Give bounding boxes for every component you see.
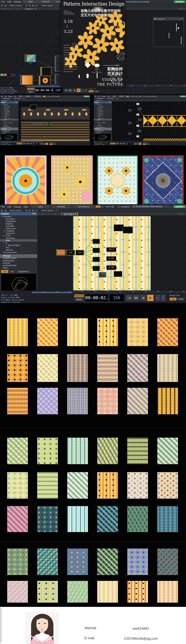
dropdown-icon[interactable]: ▾	[37, 213, 40, 215]
node-7[interactable]	[136, 135, 139, 137]
menu-item-edit[interactable]: Edit	[6, 206, 12, 208]
component-item-3dscope[interactable]: 3DScope	[0, 255, 37, 257]
chop-node-c[interactable]	[92, 239, 100, 244]
node-phong1[interactable]: phong1	[39, 76, 50, 85]
update-button[interactable]: UPDATE	[174, 1, 185, 3]
stop-icon[interactable]: ■	[3, 8, 6, 10]
timecode-toggle[interactable]: TimeCode	[27, 88, 34, 90]
chop-node-b[interactable]: ###	[75, 250, 84, 255]
component-item-arcballgeometry[interactable]: arcBallGeometry	[0, 257, 37, 260]
tree-expander-icon[interactable]: ▾	[1, 216, 3, 218]
palette-item-derivative[interactable]: ▾Derivative	[0, 215, 37, 218]
node-small-3[interactable]	[41, 123, 44, 125]
play-button[interactable]: ▶	[147, 294, 154, 301]
email-value[interactable]: 2357095446@qq.com	[116, 637, 166, 641]
timecode-toggle[interactable]: TimeCode	[110, 143, 116, 144]
node-9[interactable]	[128, 122, 131, 124]
node-4[interactable]	[138, 119, 141, 121]
beats-toggle[interactable]: Beats	[74, 298, 84, 301]
node-5[interactable]	[136, 125, 139, 127]
node-1[interactable]	[136, 103, 139, 105]
top-node-2[interactable]	[123, 227, 133, 233]
frame-plus-button[interactable]: +	[84, 88, 88, 92]
timecode-toggle[interactable]: TimeCode	[74, 294, 84, 297]
star-icon[interactable]: ★	[16, 8, 19, 10]
frame-minus-button[interactable]: –	[155, 294, 160, 301]
node-ramp2[interactable]: ramp2	[25, 54, 36, 62]
pause-button[interactable]: ❚❚	[68, 88, 72, 92]
link-tutorials[interactable]: TUTORIALS	[33, 95, 42, 97]
palette-tab-suggestions[interactable]: Suggestions	[16, 270, 30, 273]
node-2[interactable]	[138, 108, 141, 110]
menu-item-dialogs[interactable]: Dialogs	[7, 96, 13, 97]
palette-item-imagefilters[interactable]: ImageFilters	[0, 220, 37, 223]
once-button[interactable]: Once	[53, 143, 56, 145]
link-forum[interactable]: FORUM	[24, 95, 32, 97]
loop-button[interactable]: Loop	[170, 298, 176, 301]
rewind-button[interactable]: ❘◀◀	[125, 294, 132, 301]
chop-node-a[interactable]: ###	[66, 250, 75, 255]
link-wiki[interactable]: WIKI	[23, 0, 39, 3]
new-layout-label[interactable]: New Layout	[40, 209, 55, 212]
layout-tab[interactable]: New Layout	[95, 98, 105, 99]
menu-item-file[interactable]: File	[0, 1, 6, 3]
palette-item-mapping[interactable]: Mapping	[0, 223, 37, 225]
component-item-automediaplayer[interactable]: autoMediaPlayer	[0, 264, 37, 267]
pane-icon[interactable]: ▤	[0, 5, 4, 7]
home-icon[interactable]: ⌂	[19, 8, 22, 10]
menu-item-dialogs[interactable]: Dialogs	[12, 206, 22, 208]
node-small-2[interactable]	[37, 123, 40, 125]
palette-tab-icon[interactable]: Icon	[1, 270, 8, 273]
once-button[interactable]: Once	[177, 298, 184, 301]
floating-window-titlebar[interactable]: /master1/co... – ▢ ✕	[153, 18, 184, 20]
pane-corner-icons[interactable]: 0 ▢ ⭳	[179, 213, 185, 215]
component-item-audioanalysis[interactable]: audioAnalysis	[0, 260, 37, 262]
loop-button[interactable]: Loop	[143, 143, 146, 145]
bottom-node-1[interactable]	[114, 271, 122, 277]
chip-green[interactable]	[1, 74, 3, 76]
timeline-ruler[interactable]: 151101151201251301351401451501551600	[32, 291, 186, 293]
node-selected[interactable]	[47, 122, 51, 125]
play-button[interactable]: ▶	[45, 142, 48, 145]
add-icon[interactable]: +	[50, 213, 53, 215]
palette-tab-info[interactable]: Info	[9, 270, 16, 273]
tree-expander-icon[interactable]: ▸	[3, 230, 6, 232]
chip-dark2[interactable]	[11, 74, 15, 76]
pause-button[interactable]: ❚❚	[43, 142, 45, 145]
back-icon[interactable]: ↶	[6, 8, 10, 10]
palette-item-oculusrift[interactable]: OculusRift	[0, 225, 37, 227]
palette-item-tdableton[interactable]: ▸TDAbleton	[0, 230, 37, 232]
rewind-button[interactable]: ❘◀◀	[40, 142, 43, 145]
pause-button[interactable]: ❚❚	[133, 294, 140, 301]
chop-node-d[interactable]	[92, 248, 100, 253]
node-small-1[interactable]	[33, 123, 36, 125]
once-button[interactable]: Once	[147, 143, 150, 145]
node-partial-top[interactable]	[55, 56, 61, 72]
chip-pink[interactable]	[4, 74, 6, 76]
palette-item-tdvr[interactable]: ▸TDVR	[0, 234, 37, 237]
add-layout-button[interactable]: +	[116, 98, 119, 99]
layout-tab-2[interactable]: New Layout	[106, 98, 116, 99]
node-ramp1[interactable]: ramp1	[20, 75, 33, 85]
menu-item-edit[interactable]: Edit	[97, 96, 101, 97]
menu-item-help[interactable]: Help	[107, 96, 111, 97]
add-layout-button[interactable]: +	[55, 209, 59, 212]
add-layout-button[interactable]: +	[23, 98, 25, 99]
menu-item-dialogs[interactable]: Dialogs	[101, 96, 107, 97]
close-icon[interactable]: ✕	[109, 102, 111, 103]
step-back-button[interactable]: ◀	[140, 294, 147, 301]
chop-node-source[interactable]	[56, 249, 65, 256]
stop-icon[interactable]: ■	[40, 213, 44, 215]
node-pbr1[interactable]: pbr1	[40, 67, 52, 76]
palette-item-ui[interactable]: ▾UI	[0, 242, 37, 244]
add-layout-button[interactable]: +	[55, 4, 59, 7]
palette-item-generators[interactable]: Generators	[0, 218, 37, 220]
rewind-button[interactable]: ❘◀◀	[134, 142, 136, 145]
link-wiki[interactable]: WIKI	[112, 95, 117, 97]
update-button[interactable]: UPDATE	[180, 95, 186, 97]
close-icon[interactable]: ✕	[16, 102, 18, 103]
floating-viewer-window[interactable]: /master1/co... – ▢ ✕	[153, 17, 184, 47]
menu-item-edit[interactable]: Edit	[6, 1, 12, 3]
loop-button[interactable]: Loop	[49, 143, 53, 145]
layout-tab-2[interactable]: New Layout	[12, 98, 22, 99]
